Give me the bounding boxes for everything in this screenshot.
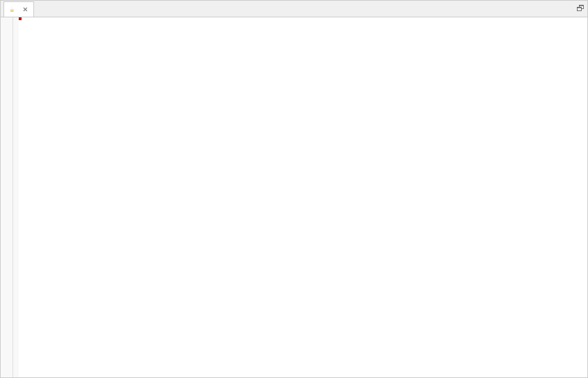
tab-bar: ☕ ✕ 🗗: [1, 1, 587, 17]
red-selection-box: [19, 17, 22, 20]
tab-dirty-marker: ✕: [23, 4, 28, 15]
active-tab[interactable]: ☕ ✕: [3, 1, 34, 17]
code-area: [1, 17, 587, 377]
restore-button[interactable]: 🗗: [576, 3, 585, 14]
editor-window: ☕ ✕ 🗗: [0, 0, 588, 378]
line-numbers-panel: [13, 17, 19, 377]
java-file-icon: ☕: [10, 5, 15, 14]
window-controls: 🗗: [576, 3, 587, 14]
code-panel: [19, 17, 587, 377]
gutter-panel: [1, 17, 13, 377]
